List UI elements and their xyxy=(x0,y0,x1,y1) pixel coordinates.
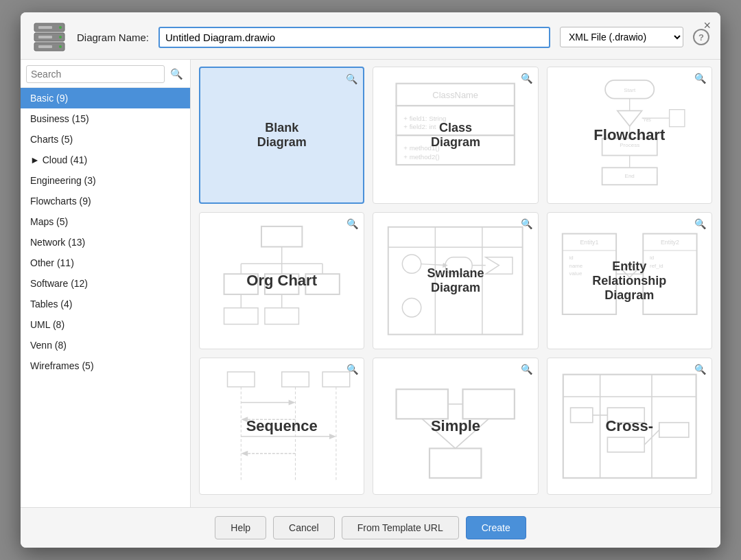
sidebar-item-charts[interactable]: Charts (5) xyxy=(21,129,190,150)
zoom-icon-org[interactable]: 🔍 xyxy=(346,218,358,229)
template-card-sequence[interactable]: 🔍 Sequence🔍 xyxy=(199,358,364,495)
sidebar-item-maps[interactable]: Maps (5) xyxy=(21,211,190,232)
svg-rect-8 xyxy=(38,45,52,48)
template-card-cross[interactable]: 🔍 Cross-🔍 xyxy=(547,358,712,495)
svg-rect-40 xyxy=(224,308,258,325)
svg-text:Entity2: Entity2 xyxy=(661,239,679,246)
svg-marker-75 xyxy=(289,399,296,405)
template-url-button[interactable]: From Template URL xyxy=(342,516,459,539)
cancel-button[interactable]: Cancel xyxy=(273,516,335,539)
template-card-swimlane[interactable]: 🔍 Swimlane Diagram🔍 xyxy=(373,212,538,349)
create-button[interactable]: Create xyxy=(466,516,526,539)
svg-text:Entity1: Entity1 xyxy=(580,239,598,246)
body-area: 🔍 Basic (9)Business (15)Charts (5)► Clou… xyxy=(21,60,720,507)
svg-rect-92 xyxy=(570,408,592,423)
template-card-blank[interactable]: Blank Diagram🔍 xyxy=(199,67,364,204)
sidebar-item-software[interactable]: Software (12) xyxy=(21,273,190,294)
sidebar-item-network[interactable]: Network (13) xyxy=(21,232,190,253)
file-type-select[interactable]: XML File (.drawio) SVG File (.svg) HTML … xyxy=(560,27,683,47)
server-icon xyxy=(32,22,67,52)
search-container: 🔍 xyxy=(21,60,190,88)
sidebar-item-engineering[interactable]: Engineering (3) xyxy=(21,170,190,191)
diagram-name-label: Diagram Name: xyxy=(77,32,149,43)
zoom-icon-simple[interactable]: 🔍 xyxy=(521,364,532,375)
template-card-simple[interactable]: 🔍 Simple🔍 xyxy=(373,358,538,495)
template-card-class[interactable]: 🔍 ClassName + field1: String + field2: i… xyxy=(373,67,538,204)
zoom-icon-class[interactable]: 🔍 xyxy=(521,73,532,84)
template-label-flowchart: Flowchart xyxy=(583,115,676,155)
search-button[interactable]: 🔍 xyxy=(169,67,185,82)
diagram-name-input[interactable] xyxy=(158,27,550,48)
template-label-sequence: Sequence xyxy=(235,406,329,446)
svg-rect-69 xyxy=(282,372,309,387)
svg-rect-84 xyxy=(430,448,481,478)
category-list: Basic (9)Business (15)Charts (5)► Cloud … xyxy=(21,88,190,507)
templates-grid: Blank Diagram🔍🔍 ClassName + field1: Stri… xyxy=(199,67,712,495)
search-input[interactable] xyxy=(26,65,165,83)
sidebar: 🔍 Basic (9)Business (15)Charts (5)► Clou… xyxy=(21,60,191,507)
svg-text:ClassName: ClassName xyxy=(433,90,479,100)
svg-text:value: value xyxy=(569,270,582,277)
svg-rect-6 xyxy=(38,26,52,29)
sidebar-item-venn[interactable]: Venn (8) xyxy=(21,335,190,355)
svg-rect-41 xyxy=(265,308,298,325)
svg-rect-7 xyxy=(38,36,52,38)
sidebar-item-tables[interactable]: Tables (4) xyxy=(21,294,190,314)
svg-point-5 xyxy=(59,45,62,48)
svg-rect-31 xyxy=(261,226,302,247)
main-content: Blank Diagram🔍🔍 ClassName + field1: Stri… xyxy=(191,60,720,507)
svg-rect-70 xyxy=(322,372,350,387)
zoom-icon-entity[interactable]: 🔍 xyxy=(694,218,706,229)
svg-text:End: End xyxy=(624,172,634,178)
sidebar-item-cloud[interactable]: ► Cloud (41) xyxy=(21,150,190,170)
close-button[interactable]: × xyxy=(703,19,711,32)
svg-marker-81 xyxy=(241,451,248,456)
svg-text:name: name xyxy=(569,262,583,268)
template-label-entity: Entity Relationship Diagram xyxy=(581,248,677,314)
template-label-org: Org Chart xyxy=(235,261,328,301)
template-label-simple: Simple xyxy=(420,406,491,446)
title-bar: Diagram Name: XML File (.drawio) SVG Fil… xyxy=(21,12,720,60)
sidebar-item-other[interactable]: Other (11) xyxy=(21,253,190,273)
svg-rect-68 xyxy=(227,372,255,387)
template-label-class: Class Diagram xyxy=(420,110,491,161)
template-card-flowchart[interactable]: 🔍 Start Process End Yes Flowchart🔍 xyxy=(547,67,712,204)
zoom-icon-swimlane[interactable]: 🔍 xyxy=(521,218,532,229)
template-label-blank: Blank Diagram xyxy=(246,110,318,161)
sidebar-item-uml[interactable]: UML (8) xyxy=(21,314,190,335)
svg-text:id: id xyxy=(569,255,573,261)
sidebar-item-business[interactable]: Business (15) xyxy=(21,108,190,129)
template-label-cross: Cross- xyxy=(594,406,664,446)
new-diagram-dialog: Diagram Name: XML File (.drawio) SVG Fil… xyxy=(21,12,720,548)
svg-text:Start: Start xyxy=(624,87,636,93)
zoom-icon-cross[interactable]: 🔍 xyxy=(694,364,706,375)
template-label-swimlane: Swimlane Diagram xyxy=(416,255,495,306)
zoom-icon-blank[interactable]: 🔍 xyxy=(346,73,357,84)
zoom-icon-flowchart[interactable]: 🔍 xyxy=(694,73,706,84)
template-card-entity[interactable]: 🔍 Entity1 id name value Entity2 id ref_i… xyxy=(547,212,712,349)
svg-marker-79 xyxy=(329,434,336,439)
help-button[interactable]: Help xyxy=(215,516,266,539)
template-card-org[interactable]: 🔍 Org Chart🔍 xyxy=(199,212,364,349)
sidebar-item-flowcharts[interactable]: Flowcharts (9) xyxy=(21,191,190,211)
zoom-icon-sequence[interactable]: 🔍 xyxy=(346,364,358,375)
svg-point-3 xyxy=(59,26,62,29)
sidebar-item-basic[interactable]: Basic (9) xyxy=(21,88,190,108)
footer: Help Cancel From Template URL Create xyxy=(21,507,720,548)
svg-point-4 xyxy=(59,36,62,38)
sidebar-item-wireframes[interactable]: Wireframes (5) xyxy=(21,355,190,376)
